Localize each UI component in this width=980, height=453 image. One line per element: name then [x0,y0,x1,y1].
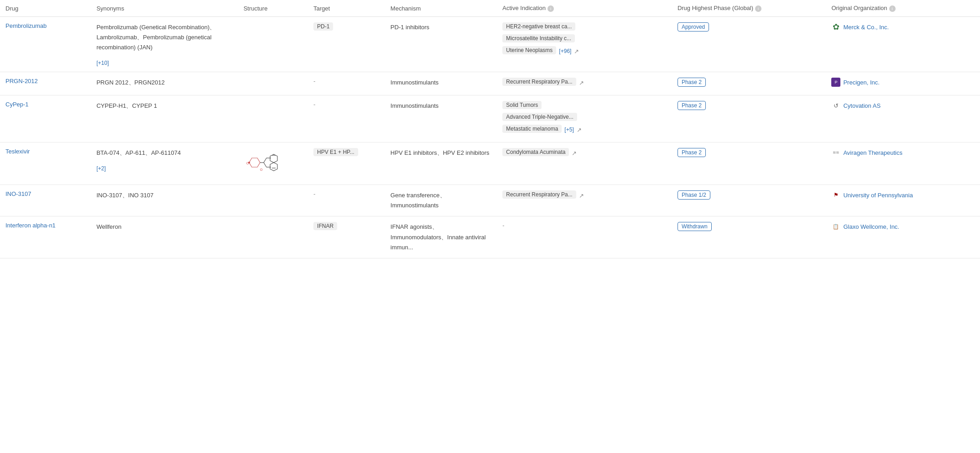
org-cell-4: ⚑University of Pennsylvania [826,185,980,216]
indication-row-0-2: Uterine Neoplasms[+96]↗ [502,46,667,56]
indication-tag-1-0[interactable]: Recurrent Respiratory Pa... [502,78,576,86]
indication-row-3-0: Condylomata Acuminata↗ [502,148,667,158]
structure-cell-4 [238,185,308,216]
org-name-5[interactable]: Glaxo Wellcome, Inc. [843,223,899,230]
indication-tag-4-0[interactable]: Recurrent Respiratory Pa... [502,190,576,199]
table-row: CyPep-1CYPEP-H1、CYPEP 1-Immunostimulants… [0,95,980,142]
synonyms-cell-1: PRGN 2012、PRGN2012 [91,72,238,95]
mechanism-text-0: PD-1 inhibitors [391,24,429,31]
indication-row-2-1: Advanced Triple-Negative... [502,113,667,123]
info-icon-org[interactable]: i [889,5,896,12]
synonyms-text-3: BTA-074、AP-611、AP-611074 [96,148,232,158]
structure-cell-1 [238,72,308,95]
org-name-0[interactable]: Merck & Co., Inc. [843,24,889,31]
indication-tag-0-2[interactable]: Uterine Neoplasms [502,46,556,54]
indication-row-1-0: Recurrent Respiratory Pa...↗ [502,78,667,88]
col-header-phase: Drug Highest Phase (Global)i [672,0,826,17]
drug-link-4[interactable]: INO-3107 [5,190,31,197]
indication-expand-icon-1[interactable]: ↗ [579,79,584,86]
synonyms-extra-0[interactable]: [+10] [96,60,109,66]
indication-expand-icon-4[interactable]: ↗ [579,192,584,199]
col-header-org: Original Organizationi [826,0,980,17]
org-name-3[interactable]: Aviragen Therapeutics [843,149,902,156]
indication-tag-3-0[interactable]: Condylomata Acuminata [502,148,569,156]
synonyms-text-1: PRGN 2012、PRGN2012 [96,78,232,88]
indication-cell-5: - [497,216,672,258]
org-cell-5: 📋Glaxo Wellcome, Inc. [826,216,980,258]
indication-cell-2: Solid TumorsAdvanced Triple-Negative...M… [497,95,672,142]
phase-cell-2: Phase 2 [672,95,826,142]
structure-cell-5 [238,216,308,258]
col-header-mechanism: Mechanism [385,0,497,17]
indication-tag-2-0[interactable]: Solid Tumors [502,101,542,109]
drug-link-1[interactable]: PRGN-2012 [5,78,38,84]
drug-link-2[interactable]: CyPep-1 [5,101,29,108]
indication-dash-5: - [502,222,504,229]
target-badge-0[interactable]: PD-1 [313,22,333,31]
info-icon-phase[interactable]: i [755,5,761,12]
phase-badge-0[interactable]: Approved [678,22,709,32]
phase-cell-3: Phase 2 [672,142,826,185]
col-header-target: Target [308,0,385,17]
target-badge-3[interactable]: HPV E1 + HP... [313,148,358,156]
svg-text:O: O [260,168,263,171]
phase-badge-2[interactable]: Phase 2 [678,101,706,110]
structure-cell-0 [238,17,308,72]
synonyms-extra-3[interactable]: [+2] [96,165,105,172]
phase-badge-1[interactable]: Phase 2 [678,78,706,87]
phase-cell-5: Withdrawn [672,216,826,258]
drug-link-5[interactable]: Interferon alpha-n1 [5,222,56,229]
indication-tag-2-2[interactable]: Metastatic melanoma [502,125,562,133]
indication-extra-0[interactable]: [+96] [559,48,571,54]
phase-cell-1: Phase 2 [672,72,826,95]
org-cell-0: ✿Merck & Co., Inc. [826,17,980,72]
target-badge-5[interactable]: IFNAR [313,222,337,230]
indication-extra-2[interactable]: [+5] [564,126,573,133]
org-name-2[interactable]: Cytovation AS [843,102,881,109]
info-icon-indication[interactable]: i [547,5,554,12]
indication-expand-icon-3[interactable]: ↗ [572,150,577,157]
indication-cell-3: Condylomata Acuminata↗ [497,142,672,185]
indication-expand-icon-2[interactable]: ↗ [577,126,582,133]
phase-cell-0: Approved [672,17,826,72]
table-row: PembrolizumabPembrolizumab (Genetical Re… [0,17,980,72]
indication-expand-icon-0[interactable]: ↗ [574,48,579,55]
drug-name-cell-4: INO-3107 [0,185,91,216]
col-header-structure: Structure [238,0,308,17]
synonyms-cell-0: Pembrolizumab (Genetical Recombination)、… [91,17,238,72]
target-dash-2: - [313,101,315,108]
phase-cell-4: Phase 1/2 [672,185,826,216]
indication-tag-0-0[interactable]: HER2-negative breast ca... [502,22,575,31]
indication-tag-2-1[interactable]: Advanced Triple-Negative... [502,113,577,121]
org-logo-0: ✿ [831,22,840,32]
drug-name-cell-5: Interferon alpha-n1 [0,216,91,258]
mechanism-cell-5: IFNAR agonists、Immunomodulators、Innate a… [385,216,497,258]
phase-badge-5[interactable]: Withdrawn [678,222,712,231]
org-cell-2: ↺Cytovation AS [826,95,980,142]
phase-badge-3[interactable]: Phase 2 [678,148,706,157]
org-name-4[interactable]: University of Pennsylvania [843,192,912,199]
table-row: TeslexivirBTA-074、AP-611、AP-611074[+2] O… [0,142,980,185]
synonyms-cell-5: Wellferon [91,216,238,258]
target-cell-4: - [308,185,385,216]
synonyms-text-2: CYPEP-H1、CYPEP 1 [96,101,232,111]
drug-table: DrugSynonymsStructureTargetMechanismActi… [0,0,980,258]
col-header-synonyms: Synonyms [91,0,238,17]
indication-row-2-0: Solid Tumors [502,101,667,111]
drug-link-3[interactable]: Teslexivir [5,148,30,155]
table-row: INO-3107INO-3107、INO 3107-Gene transfere… [0,185,980,216]
indication-tag-0-1[interactable]: Microsatellite Instability c... [502,34,575,42]
col-header-indication: Active Indicationi [497,0,672,17]
org-name-1[interactable]: Precigen, Inc. [843,79,880,86]
drug-name-cell-2: CyPep-1 [0,95,91,142]
phase-badge-4[interactable]: Phase 1/2 [678,190,710,200]
target-dash-1: - [313,78,315,84]
org-content-3: ≋≋Aviragen Therapeutics [831,148,975,157]
mechanism-cell-2: Immunostimulants [385,95,497,142]
org-content-4: ⚑University of Pennsylvania [831,190,975,200]
mechanism-cell-0: PD-1 inhibitors [385,17,497,72]
mechanism-text-5: IFNAR agonists、Immunomodulators、Innate a… [391,223,486,250]
org-logo-4: ⚑ [831,190,840,200]
mechanism-text-1: Immunostimulants [391,79,438,86]
drug-link-0[interactable]: Pembrolizumab [5,22,47,29]
